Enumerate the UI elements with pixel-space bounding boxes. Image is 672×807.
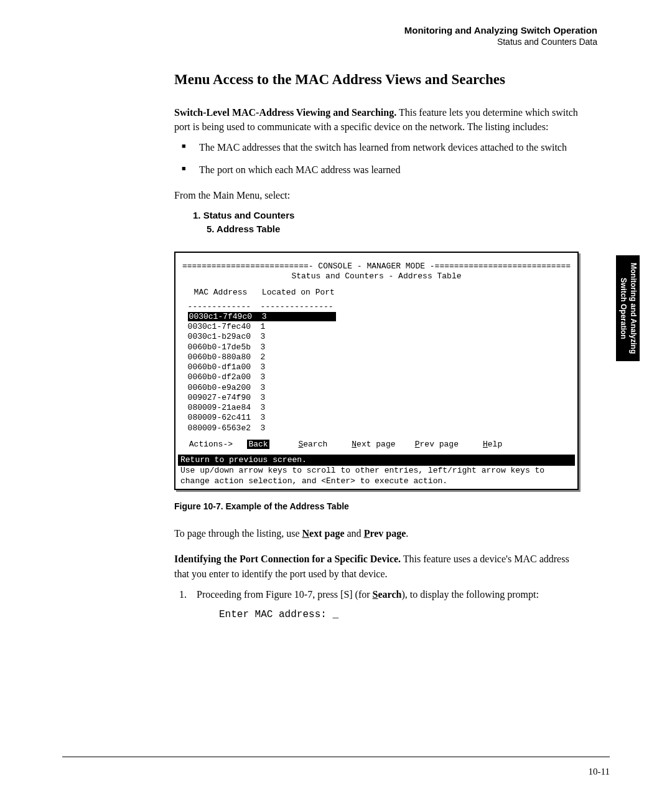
action-search[interactable]: Search <box>298 440 327 449</box>
action-next-page[interactable]: Next page <box>352 440 395 449</box>
console-footer-line1: Use up/down arrow keys to scroll to othe… <box>178 466 575 476</box>
side-tab: Monitoring and Analyzing Switch Operatio… <box>616 255 640 361</box>
console-rows: 0030c1-7f49c0 3 0030c1-7fec40 1 0030c1-b… <box>178 312 575 433</box>
content-area: Switch-Level MAC-Address Viewing and Sea… <box>174 105 579 622</box>
table-row: 0030c1-b29ac0 3 <box>178 332 575 342</box>
footer-rule <box>62 757 610 757</box>
section-heading: Menu Access to the MAC Address Views and… <box>174 72 610 88</box>
numbered-list: 1. Proceeding from Figure 10-7, press [S… <box>174 587 579 622</box>
console-footer-line2: change action selection, and <Enter> to … <box>178 476 575 486</box>
console-table-header: MAC Address Located on Port <box>184 288 575 298</box>
table-row: 0060b0-df2a00 3 <box>178 372 575 382</box>
table-row: 080009-62c411 3 <box>178 413 575 423</box>
table-row: 0030c1-7fec40 1 <box>178 322 575 332</box>
page-number: 10-11 <box>589 767 610 777</box>
console-footer-bar: Return to previous screen. <box>178 455 575 466</box>
console-sep: ------------- --------------- <box>178 302 575 312</box>
from-main-menu: From the Main Menu, select: <box>174 188 579 202</box>
intro-lead: Switch-Level MAC-Address Viewing and Sea… <box>174 107 396 118</box>
bullet-list: The MAC addresses that the switch has le… <box>174 140 579 176</box>
table-row: 0060b0-e9a200 3 <box>178 383 575 393</box>
action-help[interactable]: Help <box>483 440 502 449</box>
table-row: 0030c1-7f49c0 3 <box>178 312 575 322</box>
paging-paragraph: To page through the listing, use Next pa… <box>174 526 579 540</box>
action-prev-page[interactable]: Prev page <box>415 440 459 449</box>
table-row: 080009-21ae84 3 <box>178 403 575 413</box>
header-subtitle: Status and Counters Data <box>62 37 597 47</box>
figure-caption: Figure 10-7. Example of the Address Tabl… <box>174 500 579 512</box>
table-row: 0060b0-880a80 2 <box>178 352 575 362</box>
identify-paragraph: Identifying the Port Connection for a Sp… <box>174 552 579 580</box>
console-header: ==========================- CONSOLE - MA… <box>178 262 575 271</box>
identify-lead: Identifying the Port Connection for a Sp… <box>174 554 401 564</box>
step-1: 1. Proceeding from Figure 10-7, press [S… <box>174 587 579 622</box>
menu-path-line2: 5. Address Table <box>207 222 579 237</box>
console-subtitle: Status and Counters - Address Table <box>178 271 575 281</box>
action-back[interactable]: Back <box>247 440 269 449</box>
intro-paragraph: Switch-Level MAC-Address Viewing and Sea… <box>174 105 579 134</box>
header-title: Monitoring and Analyzing Switch Operatio… <box>62 25 597 35</box>
console-screenshot: ==========================- CONSOLE - MA… <box>174 252 579 490</box>
table-row: 080009-6563e2 3 <box>178 423 575 433</box>
table-row: 0060b0-17de5b 3 <box>178 342 575 352</box>
bullet-item: The port on which each MAC address was l… <box>174 163 579 177</box>
table-row: 009027-e74f90 3 <box>178 393 575 403</box>
page-header: Monitoring and Analyzing Switch Operatio… <box>62 25 610 47</box>
side-tab-text: Monitoring and Analyzing Switch Operatio… <box>618 263 637 354</box>
console-actions: Actions-> Back Search Next page Prev pag… <box>184 440 575 450</box>
code-prompt: Enter MAC address: _ <box>219 608 579 622</box>
menu-path: 1. Status and Counters 5. Address Table <box>193 209 579 237</box>
menu-path-line1: 1. Status and Counters <box>193 209 579 223</box>
bullet-item: The MAC addresses that the switch has le… <box>174 140 579 154</box>
table-row: 0060b0-df1a00 3 <box>178 362 575 372</box>
